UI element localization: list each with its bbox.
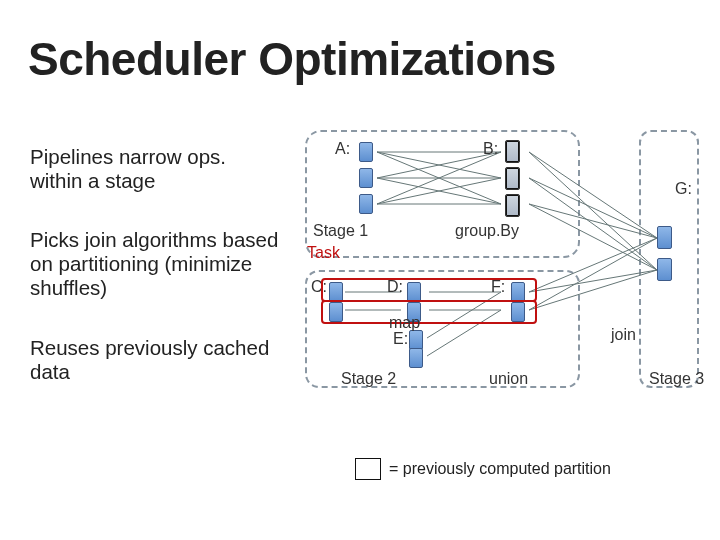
partition <box>657 258 672 281</box>
label-A: A: <box>335 140 350 158</box>
union-label: union <box>489 370 528 388</box>
legend-text: = previously computed partition <box>389 460 611 478</box>
partition-cached <box>505 194 520 217</box>
paragraph-3: Reuses previously cached data <box>30 336 280 384</box>
join-label: join <box>611 326 636 344</box>
slide-title: Scheduler Optimizations <box>28 32 556 86</box>
label-E: E: <box>393 330 408 348</box>
paragraph-1: Pipelines narrow ops. within a stage <box>30 145 270 193</box>
partition <box>409 348 423 368</box>
legend-swatch <box>355 458 381 480</box>
label-B: B: <box>483 140 498 158</box>
stage2-label: Stage 2 <box>341 370 396 388</box>
task-label: Task <box>307 244 340 262</box>
label-G: G: <box>675 180 692 198</box>
partition <box>657 226 672 249</box>
partition <box>359 194 373 214</box>
partition <box>409 330 423 350</box>
partition <box>359 168 373 188</box>
partition <box>359 142 373 162</box>
task-box <box>321 278 537 302</box>
diagram: A: B: G: C: D: E: F: Stage 1 Stage 2 Sta… <box>305 130 705 450</box>
groupby-label: group.By <box>455 222 519 240</box>
map-label: map <box>389 314 420 332</box>
partition-cached <box>505 140 520 163</box>
paragraph-2: Picks join algorithms based on partition… <box>30 228 280 301</box>
partition-cached <box>505 167 520 190</box>
stage3-label: Stage 3 <box>649 370 704 388</box>
task-box <box>321 300 537 324</box>
legend: = previously computed partition <box>355 458 611 480</box>
stage1-label: Stage 1 <box>313 222 368 240</box>
